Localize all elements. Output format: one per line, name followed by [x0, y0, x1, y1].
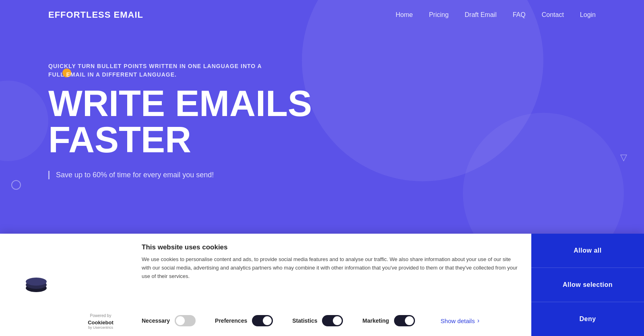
toggle-group-marketing: Marketing: [362, 315, 415, 326]
toggle-label-preferences: Preferences: [215, 317, 247, 324]
powered-by-text: Powered by: [90, 313, 111, 318]
nav-links: Home Pricing Draft Email FAQ Contact Log…: [396, 11, 596, 19]
cookie-action-buttons: Allow all Allow selection Deny: [531, 234, 644, 336]
toggle-knob-necessary: [176, 316, 185, 325]
hero-title: WRITE EMAILS FASTER: [48, 85, 596, 158]
toggle-label-marketing: Marketing: [362, 317, 389, 324]
cookiebot-icon: [24, 273, 48, 297]
toggle-group-statistics: Statistics: [292, 315, 343, 326]
toggle-preferences[interactable]: [252, 315, 273, 326]
toggle-knob-marketing: [405, 316, 414, 325]
hero-content: QUICKLY TURN BULLET POINTS WRITTEN IN ON…: [0, 30, 644, 179]
chevron-right-icon: ›: [477, 317, 479, 324]
cookiebot-sub: by Usercentrics: [88, 326, 113, 330]
nav-faq[interactable]: FAQ: [513, 11, 526, 18]
toggle-knob-statistics: [333, 316, 342, 325]
allow-selection-button[interactable]: Allow selection: [531, 268, 644, 302]
cookie-main-content: This website uses cookies We use cookies…: [129, 234, 531, 336]
navbar: EFFORTLESS EMAIL Home Pricing Draft Emai…: [0, 0, 644, 30]
show-details-link[interactable]: Show details ›: [441, 317, 479, 324]
hero-title-line1: WRITE EMAILS: [48, 83, 312, 124]
nav-contact[interactable]: Contact: [542, 11, 564, 18]
cookiebot-brand[interactable]: Cookiebot by Usercentrics: [88, 319, 114, 330]
toggle-label-necessary: Necessary: [142, 317, 170, 324]
nav-pricing[interactable]: Pricing: [429, 11, 449, 18]
cookiebot-name: Cookiebot: [88, 319, 114, 326]
nav-home[interactable]: Home: [396, 11, 413, 18]
toggle-group-preferences: Preferences: [215, 315, 273, 326]
toggle-label-statistics: Statistics: [292, 317, 317, 324]
cookie-title: This website uses cookies: [142, 243, 518, 251]
toggle-group-necessary: Necessary: [142, 315, 196, 326]
hero-title-line2: FASTER: [48, 120, 191, 160]
nav-login[interactable]: Login: [580, 11, 596, 18]
nav-draft-email[interactable]: Draft Email: [465, 11, 497, 18]
toggle-marketing[interactable]: [394, 315, 415, 326]
show-details-text: Show details: [441, 317, 475, 324]
deny-button[interactable]: Deny: [531, 302, 644, 336]
toggle-statistics[interactable]: [322, 315, 343, 326]
toggle-knob-preferences: [263, 316, 272, 325]
cookie-toggles: Necessary Preferences Statistics: [142, 315, 518, 326]
svg-point-2: [26, 278, 47, 286]
powered-by-area: Powered by Cookiebot by Usercentrics: [72, 234, 129, 336]
allow-all-button[interactable]: Allow all: [531, 234, 644, 268]
toggle-necessary[interactable]: [175, 315, 196, 326]
hero-tagline: Save up to 60% of time for every email y…: [48, 171, 596, 179]
side-circle-decoration: [11, 180, 21, 190]
cookiebot-logo-area: [0, 234, 72, 336]
cookie-description: We use cookies to personalise content an…: [142, 255, 518, 280]
hero-subtitle: QUICKLY TURN BULLET POINTS WRITTEN IN ON…: [48, 62, 274, 79]
logo[interactable]: EFFORTLESS EMAIL: [48, 10, 143, 20]
hero-section: EFFORTLESS EMAIL Home Pricing Draft Emai…: [0, 0, 644, 234]
cookie-banner: Powered by Cookiebot by Usercentrics Thi…: [0, 234, 644, 336]
